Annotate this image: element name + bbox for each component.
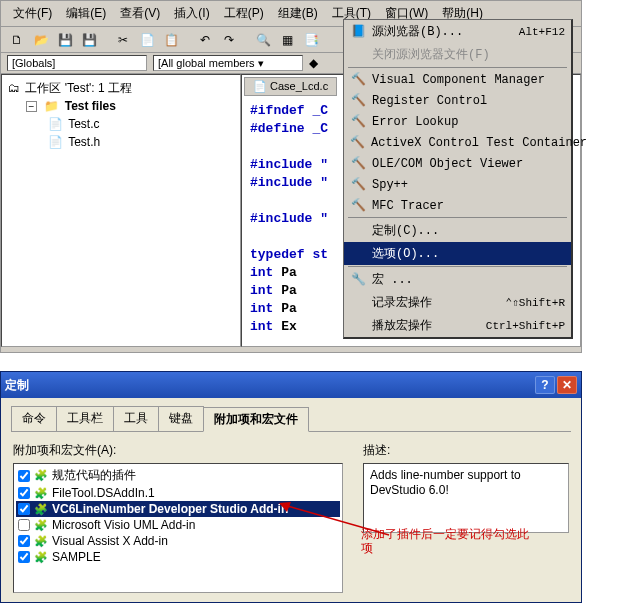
addin-checkbox[interactable] [18, 503, 30, 515]
menu-item[interactable]: 📘源浏览器(B)...Alt+F12 [344, 20, 571, 43]
tool-icon: 🔨 [350, 93, 366, 108]
new-icon[interactable]: 🗋 [7, 30, 27, 50]
menu-item[interactable]: 文件(F) [7, 3, 58, 24]
paste-icon[interactable]: 📋 [161, 30, 181, 50]
menu-item[interactable]: 🔨Spy++ [344, 174, 571, 195]
save-all-icon[interactable]: 💾 [79, 30, 99, 50]
menu-item[interactable]: 🔨Visual Component Manager [344, 69, 571, 90]
menu-item-label: Register Control [372, 94, 487, 108]
menu-item[interactable]: 记录宏操作⌃⇧Shift+R [344, 291, 571, 314]
menu-item[interactable]: 🔨ActiveX Control Test Container [344, 132, 571, 153]
menu-item-label: 关闭源浏览器文件(F) [372, 46, 490, 63]
tab-2[interactable]: 工具 [113, 406, 159, 431]
tab-1[interactable]: 工具栏 [56, 406, 114, 431]
globals-combo[interactable] [7, 55, 147, 71]
tool-icon: 🔨 [350, 135, 365, 150]
addin-checkbox[interactable] [18, 535, 30, 547]
file-icon: 📄 [48, 117, 63, 131]
open-icon[interactable]: 📂 [31, 30, 51, 50]
tool-icon: 🔨 [350, 198, 366, 213]
list-item[interactable]: 🧩FileTool.DSAddIn.1 [16, 485, 340, 501]
bookmark-icon[interactable]: 📑 [301, 30, 321, 50]
tree-file-c-label: Test.c [68, 117, 99, 131]
tree-root[interactable]: 🗂 工作区 'Test': 1 工程 [6, 79, 236, 97]
tab-4[interactable]: 附加项和宏文件 [203, 407, 309, 432]
menu-item[interactable]: 插入(I) [168, 3, 215, 24]
save-icon[interactable]: 💾 [55, 30, 75, 50]
tool-icon: 🔧 [350, 272, 366, 287]
menu-item-label: 播放宏操作 [372, 317, 432, 334]
menu-item-label: Error Lookup [372, 115, 458, 129]
shortcut-label: Alt+F12 [519, 26, 565, 38]
cut-icon[interactable]: ✂ [113, 30, 133, 50]
tree-project[interactable]: − 📁 Test files [26, 97, 236, 115]
list-item[interactable]: 🧩SAMPLE [16, 549, 340, 565]
menu-item[interactable]: 🔨Error Lookup [344, 111, 571, 132]
tree-root-label: 工作区 'Test': 1 工程 [25, 81, 132, 95]
code-tab: 📄 Case_Lcd.c [244, 77, 337, 96]
menu-item[interactable]: 编辑(E) [60, 3, 112, 24]
list-item[interactable]: 🧩Visual Assist X Add-in [16, 533, 340, 549]
list-item[interactable]: 🧩Microsoft Visio UML Add-in [16, 517, 340, 533]
menu-item[interactable]: 播放宏操作Ctrl+Shift+P [344, 314, 571, 337]
menu-item-label: 宏 ... [372, 271, 413, 288]
menu-item[interactable]: 🔨OLE/COM Object Viewer [344, 153, 571, 174]
project-icon: 📁 [44, 99, 59, 113]
window-icon[interactable]: ▦ [277, 30, 297, 50]
shortcut-label: Ctrl+Shift+P [486, 320, 565, 332]
addin-checkbox[interactable] [18, 487, 30, 499]
menu-item[interactable]: 定制(C)... [344, 219, 571, 242]
list-label: 附加项和宏文件(A): [13, 442, 343, 459]
tools-menu: 📘源浏览器(B)...Alt+F12关闭源浏览器文件(F)🔨Visual Com… [343, 19, 573, 339]
addin-checkbox[interactable] [18, 551, 30, 563]
menu-item-label: OLE/COM Object Viewer [372, 157, 523, 171]
tool-icon: 🔨 [350, 177, 366, 192]
tree-project-label: Test files [65, 99, 116, 113]
menu-item[interactable]: 🔨Register Control [344, 90, 571, 111]
members-combo[interactable] [153, 55, 303, 71]
addin-checkbox[interactable] [18, 519, 30, 531]
addin-icon: 🧩 [34, 487, 48, 500]
tool-icon: 🔨 [350, 114, 366, 129]
copy-icon[interactable]: 📄 [137, 30, 157, 50]
close-button[interactable]: ✕ [557, 376, 577, 394]
list-item[interactable]: 🧩规范代码的插件 [16, 466, 340, 485]
menu-item[interactable]: 工程(P) [218, 3, 270, 24]
menu-item-label: Spy++ [372, 178, 408, 192]
addin-label: Visual Assist X Add-in [52, 534, 168, 548]
menu-item-label: 源浏览器(B)... [372, 23, 463, 40]
tool-icon: 📘 [350, 24, 366, 39]
find-icon[interactable]: 🔍 [253, 30, 273, 50]
workspace-icon: 🗂 [8, 81, 20, 95]
undo-icon[interactable]: ↶ [195, 30, 215, 50]
menu-item[interactable]: 查看(V) [114, 3, 166, 24]
menu-item-label: 记录宏操作 [372, 294, 432, 311]
addins-list[interactable]: 🧩规范代码的插件🧩FileTool.DSAddIn.1🧩VC6LineNumbe… [13, 463, 343, 593]
project-tree[interactable]: 🗂 工作区 'Test': 1 工程 − 📁 Test files 📄 Test… [1, 74, 241, 347]
tree-file-h[interactable]: 📄 Test.h [46, 133, 236, 151]
tool-icon: 🔨 [350, 72, 366, 87]
menu-item: 关闭源浏览器文件(F) [344, 43, 571, 66]
file-icon: 📄 [48, 135, 63, 149]
diamond-icon: ◆ [309, 56, 318, 70]
addin-label: FileTool.DSAddIn.1 [52, 486, 155, 500]
annotation-text: 添加了插件后一定要记得勾选此项 [361, 527, 531, 555]
list-item[interactable]: 🧩VC6LineNumber Developer Studio Add-in [16, 501, 340, 517]
addin-label: Microsoft Visio UML Add-in [52, 518, 195, 532]
help-button[interactable]: ? [535, 376, 555, 394]
tab-3[interactable]: 键盘 [158, 406, 204, 431]
menu-item[interactable]: 🔨MFC Tracer [344, 195, 571, 216]
addin-icon: 🧩 [34, 519, 48, 532]
menu-item[interactable]: 组建(B) [272, 3, 324, 24]
customize-dialog: 定制 ? ✕ 命令工具栏工具键盘附加项和宏文件 附加项和宏文件(A): 🧩规范代… [0, 371, 582, 603]
collapse-icon[interactable]: − [26, 101, 37, 112]
redo-icon[interactable]: ↷ [219, 30, 239, 50]
addin-label: SAMPLE [52, 550, 101, 564]
tab-0[interactable]: 命令 [11, 406, 57, 431]
menu-item-label: 定制(C)... [372, 222, 439, 239]
menu-item[interactable]: 🔧宏 ... [344, 268, 571, 291]
menu-item[interactable]: 选项(O)... [344, 242, 571, 265]
addin-checkbox[interactable] [18, 470, 30, 482]
tree-file-c[interactable]: 📄 Test.c [46, 115, 236, 133]
tabstrip: 命令工具栏工具键盘附加项和宏文件 [11, 406, 571, 432]
